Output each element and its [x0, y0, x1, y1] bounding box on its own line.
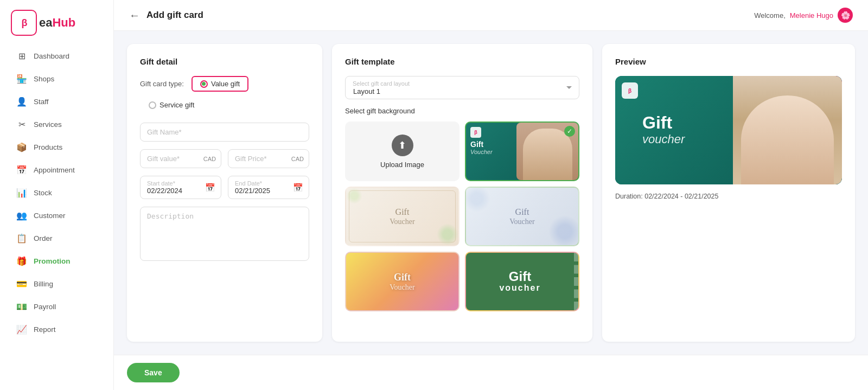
value-price-row: CAD CAD	[140, 149, 309, 168]
gift-detail-panel: Gift detail Gift card type: Value gift S…	[127, 44, 322, 342]
sidebar-item-customer[interactable]: 👥 Customer	[4, 204, 109, 227]
radio-dot-service	[149, 101, 156, 109]
template-card-floral-blue[interactable]: Gift Voucher	[465, 187, 579, 246]
customer-icon: 👥	[16, 210, 27, 221]
preview-title: Preview	[615, 57, 842, 66]
description-textarea[interactable]	[140, 207, 309, 261]
preview-gift-text: Gift voucher	[642, 113, 685, 146]
sidebar-item-label: Services	[34, 120, 62, 129]
save-bar: Save	[114, 355, 868, 390]
report-icon: 📈	[16, 324, 27, 335]
sidebar-item-label: Shops	[34, 75, 54, 83]
sidebar-item-staff[interactable]: 👤 Staff	[4, 91, 109, 113]
value-gift-label: Value gift	[211, 80, 240, 88]
promotion-icon: 🎁	[16, 256, 27, 266]
end-date-field[interactable]: End Date* 02/21/2025 📅	[228, 176, 309, 199]
sidebar-item-label: Billing	[34, 280, 53, 288]
gift-type-row: Gift card type: Value gift Service gift	[140, 76, 309, 113]
back-button[interactable]: ←	[129, 9, 140, 22]
content-area: Gift detail Gift card type: Value gift S…	[114, 31, 868, 355]
sidebar-item-label: Order	[34, 234, 53, 242]
sidebar-item-label: Stock	[34, 189, 52, 197]
bg-label: Select gift background	[345, 107, 579, 115]
services-icon: ✂	[16, 119, 27, 130]
sidebar-item-order[interactable]: 📋 Order	[4, 227, 109, 250]
products-icon: 📦	[16, 142, 27, 152]
sidebar-item-appointment[interactable]: 📅 Appointment	[4, 159, 109, 181]
preview-card: β CAD Gift voucher	[615, 76, 842, 184]
sidebar-item-services[interactable]: ✂ Services	[4, 113, 109, 136]
appointment-icon: 📅	[16, 165, 27, 175]
gift-value-field: CAD	[140, 149, 221, 168]
template-card-floral-light[interactable]: Gift Voucher	[345, 187, 459, 246]
calendar-icon-end: 📅	[293, 183, 303, 193]
sidebar-item-stock[interactable]: 📊 Stock	[4, 182, 109, 204]
template-card-spa-green[interactable]: β Gift Voucher ✓	[465, 122, 579, 181]
logo-icon: β	[11, 10, 37, 36]
gift-type-label: Gift card type:	[140, 80, 184, 88]
gift-name-input[interactable]	[140, 123, 309, 142]
preview-photo	[733, 76, 842, 184]
welcome-text: Welcome,	[754, 11, 786, 20]
sidebar-item-dashboard[interactable]: ⊞ Dashboard	[4, 45, 109, 67]
staff-icon: 👤	[16, 97, 27, 107]
shops-icon: 🏪	[16, 74, 27, 84]
preview-panel: Preview	[602, 44, 855, 342]
app-name: eaHub	[39, 16, 75, 30]
radio-service-gift[interactable]: Service gift	[140, 97, 203, 113]
sidebar-item-promotion[interactable]: 🎁 Promotion	[4, 250, 109, 272]
preview-inner: β CAD Gift voucher	[615, 76, 842, 184]
value-currency: CAD	[203, 156, 216, 162]
voucher-word: voucher	[642, 133, 685, 147]
billing-icon: 💳	[16, 279, 27, 289]
sidebar-item-products[interactable]: 📦 Products	[4, 136, 109, 158]
end-date-value: 02/21/2025	[235, 187, 302, 195]
sidebar-nav: ⊞ Dashboard 🏪 Shops 👤 Staff ✂ Services 📦…	[0, 42, 113, 390]
duration-label: Duration: 02/22/2024 - 02/21/2025	[615, 193, 718, 200]
end-date-label: End Date*	[235, 180, 302, 187]
dashboard-icon: ⊞	[16, 51, 27, 61]
layout-select-placeholder: Select gift card layout	[353, 80, 410, 87]
sidebar-item-label: Appointment	[34, 166, 75, 174]
preview-logo: β	[622, 82, 638, 99]
template-card-colorful[interactable]: Gift Voucher	[345, 252, 459, 311]
top-bar-left: ← Add gift card	[129, 9, 203, 22]
gift-detail-title: Gift detail	[140, 57, 309, 66]
sidebar-item-billing[interactable]: 💳 Billing	[4, 273, 109, 295]
sidebar-item-shops[interactable]: 🏪 Shops	[4, 68, 109, 90]
radio-dot-value	[200, 80, 208, 88]
start-date-label: Start date*	[147, 180, 214, 187]
gift-template-panel: Gift template Select gift card layout La…	[332, 44, 592, 342]
avatar: 🌸	[838, 8, 853, 23]
start-date-value: 02/22/2024	[147, 187, 214, 195]
upload-label: Upload Image	[380, 161, 424, 169]
sidebar-item-report[interactable]: 📈 Report	[4, 318, 109, 341]
top-bar: ← Add gift card Welcome, Melenie Hugo 🌸	[114, 0, 868, 31]
payroll-icon: 💵	[16, 302, 27, 312]
sidebar-item-label: Customer	[34, 212, 66, 220]
layout-select[interactable]: Layout 1	[345, 76, 579, 99]
upload-icon: ⬆	[392, 135, 413, 156]
price-currency: CAD	[291, 156, 304, 162]
main-content: ← Add gift card Welcome, Melenie Hugo 🌸 …	[114, 0, 868, 390]
duration-value: 02/22/2024 - 02/21/2025	[644, 193, 718, 200]
start-date-field[interactable]: Start date* 02/22/2024 📅	[140, 176, 221, 199]
save-button[interactable]: Save	[127, 363, 180, 382]
sidebar-item-payroll[interactable]: 💵 Payroll	[4, 296, 109, 318]
gift-word: Gift	[642, 113, 685, 132]
user-info: Welcome, Melenie Hugo 🌸	[754, 8, 853, 23]
date-row: Start date* 02/22/2024 📅 End Date* 02/21…	[140, 176, 309, 199]
bg-grid: ⬆ Upload Image β Gift Voucher	[345, 122, 579, 311]
stock-icon: 📊	[16, 188, 27, 198]
gift-template-title: Gift template	[345, 57, 579, 66]
sidebar-item-label: Payroll	[34, 303, 56, 311]
order-icon: 📋	[16, 233, 27, 244]
radio-value-gift[interactable]: Value gift	[192, 76, 248, 92]
sidebar-item-label: Report	[34, 325, 56, 334]
template-card-green-solid[interactable]: Gift voucher	[465, 252, 579, 311]
sidebar-item-label: Staff	[34, 98, 49, 106]
calendar-icon-start: 📅	[205, 183, 215, 193]
layout-select-wrapper: Select gift card layout Layout 1	[345, 76, 579, 107]
upload-card[interactable]: ⬆ Upload Image	[345, 122, 459, 181]
sidebar-item-label: Promotion	[34, 257, 71, 265]
